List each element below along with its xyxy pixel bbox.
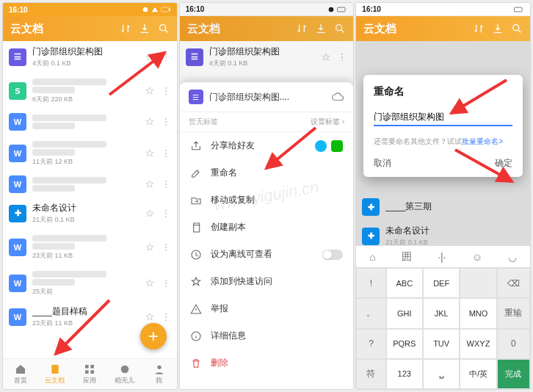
search-icon[interactable] [158,23,170,35]
delete-icon [190,357,202,369]
key[interactable]: ⌫ [497,268,530,298]
key[interactable]: ABC [386,268,423,298]
kb-tool[interactable]: ☺ [472,251,482,263]
svg-point-6 [165,59,167,61]
more-icon[interactable] [161,312,171,322]
key[interactable]: JKL [423,298,460,328]
svg-point-9 [165,93,167,95]
kb-tool[interactable]: ⌂ [369,251,375,263]
key[interactable]: WXYZ [460,329,496,359]
key[interactable]: GHI [386,298,423,328]
status-bar: 16:10 [3,3,177,16]
star-icon[interactable] [145,312,155,322]
star-icon[interactable] [145,208,155,219]
key[interactable]: 中/英 [460,359,496,389]
key[interactable]: TUV [423,329,460,359]
star-icon[interactable] [145,278,155,288]
file-row[interactable]: ☰ 门诊部组织架构图 4天前 0.1 KB [3,41,177,73]
app-title: 云文档 [10,22,112,36]
more-icon[interactable] [161,148,171,159]
menu-report[interactable]: 举报 [180,295,354,322]
svg-point-22 [165,243,167,244]
file-name: ____题目样稿 [32,305,139,318]
key[interactable]: ! [356,268,385,298]
key[interactable]: DEF [423,268,460,298]
details-icon [190,330,202,342]
file-row[interactable]: W [3,171,177,197]
nav-apps[interactable]: 应用 [73,359,107,389]
menu-share[interactable]: 分享给好友 [180,132,354,159]
star-icon[interactable] [145,117,155,127]
more-icon[interactable] [161,242,171,253]
download-icon[interactable] [492,23,504,35]
bottom-nav: 首页云文档应用稻壳儿我 [3,358,177,389]
download-icon[interactable] [139,23,151,35]
more-icon[interactable] [161,52,171,62]
key[interactable]: 123 [386,359,423,389]
file-row[interactable]: W [3,109,177,135]
cancel-button[interactable]: 取消 [374,157,391,170]
star-icon[interactable] [145,148,155,159]
nav-shell[interactable]: 稻壳儿 [107,359,142,389]
menu-duplicate[interactable]: 创建副本 [180,214,354,241]
star-icon[interactable] [145,179,155,189]
svg-point-29 [165,316,167,318]
menu-quick[interactable]: 添加到快速访问 [180,268,354,295]
menu-details[interactable]: 详细信息 [180,322,354,349]
more-icon[interactable] [161,179,171,189]
key[interactable]: PQRS [386,329,423,359]
batch-rename-link[interactable]: 批量重命名> [462,137,503,145]
search-icon[interactable] [511,23,523,35]
more-icon[interactable] [161,117,171,127]
star-icon[interactable] [145,52,155,62]
star-icon[interactable] [145,242,155,253]
key[interactable]: 0 [497,329,530,359]
set-tags-button[interactable]: 设置标签 › [311,117,344,127]
file-row[interactable]: ✚ 未命名设计 21天前 0.1 KB [3,197,177,229]
cloud-icon[interactable] [331,90,344,104]
key[interactable]: 。 [356,298,385,328]
kb-tool[interactable]: 囲 [402,250,412,264]
status-bar: 16:10 [356,3,530,16]
key[interactable]: 重输 [497,298,530,328]
kb-tool[interactable]: ◡ [508,251,517,263]
more-icon[interactable] [161,278,171,288]
file-row[interactable]: W 25天前 [3,265,177,301]
ok-button[interactable]: 确定 [495,157,512,170]
more-icon[interactable] [161,86,171,96]
file-row[interactable]: S 6天前 220 KB [3,73,177,109]
nav-me[interactable]: 我 [142,359,176,389]
key[interactable]: ␣ [423,359,460,389]
star-icon[interactable] [145,86,155,96]
sort-icon[interactable] [473,23,485,35]
keyboard: ⌂囲·|·☺◡ !ABCDEF⌫。GHIJKLMNO重输?PQRSTUVWXYZ… [356,246,530,389]
menu-move[interactable]: 移动或复制 [180,186,354,214]
app-bar: 云文档 [3,16,177,41]
svg-point-28 [165,313,167,314]
svg-rect-2 [169,9,170,10]
file-row[interactable]: W 23天前 11 KB [3,229,177,265]
rename-input[interactable] [374,109,512,126]
move-icon [190,195,202,206]
key[interactable]: ? [356,329,385,359]
nav-docs[interactable]: 云文档 [37,359,72,389]
menu-delete[interactable]: 删除 [180,349,354,377]
offline-toggle[interactable] [322,250,343,260]
nav-home[interactable]: 首页 [3,359,37,389]
svg-point-18 [165,186,167,188]
file-name: 门诊部组织架构图 [32,46,139,58]
fab-add-button[interactable]: + [140,323,167,349]
file-row[interactable]: W 11天前 12 KB [3,135,177,171]
menu-offline[interactable]: 设为离线可查看 [180,241,354,268]
key[interactable]: 完成 [497,359,530,389]
more-icon[interactable] [161,208,171,219]
key[interactable]: 符 [356,359,385,389]
svg-point-16 [165,181,167,182]
svg-rect-33 [91,365,95,369]
kb-tool[interactable]: ·|· [438,251,446,263]
file-type-icon: ☰ [189,90,203,104]
menu-rename[interactable]: 重命名 [180,159,354,186]
dialog-title: 重命名 [374,85,512,98]
key[interactable]: MNO [460,298,496,328]
sort-icon[interactable] [120,23,131,35]
